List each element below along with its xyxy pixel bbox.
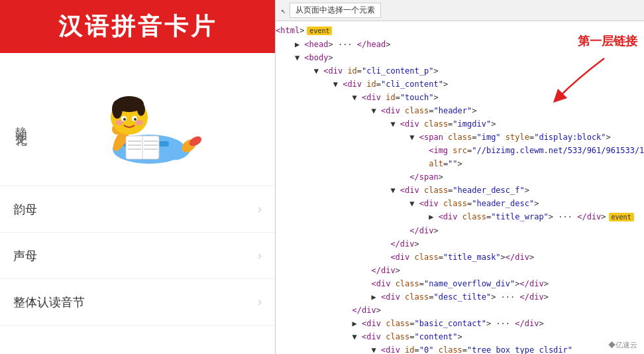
devtools-panel: ↖ 从页面中选择一个元素 <html>event ▶ <head> ··· </… (275, 0, 644, 354)
tree-line[interactable]: </div> (276, 224, 644, 237)
nav-item-shengmu[interactable]: 声母 › (0, 233, 275, 279)
svg-point-14 (134, 118, 136, 121)
tree-line[interactable]: </div> (276, 237, 644, 251)
left-panel: 汉语拼音卡片 静泊文化 (0, 0, 275, 354)
tree-line[interactable]: ▼ <div id="touch"> (276, 91, 644, 104)
tree-line[interactable]: ▼ <div class="header_desc"> (276, 197, 644, 210)
tree-line[interactable]: alt=""> (276, 157, 644, 170)
brand-label: 静泊文化 (13, 117, 36, 128)
tree-line[interactable]: </div> (276, 264, 644, 277)
aliyun-watermark: ◆亿速云 (608, 340, 637, 350)
cartoon-image (89, 70, 209, 176)
chevron-right-icon: › (258, 295, 262, 309)
svg-point-15 (115, 120, 123, 125)
tree-line[interactable]: </span> (276, 170, 644, 184)
tree-line[interactable]: ▶ <div class="basic_contact"> ··· </div> (276, 317, 644, 330)
svg-point-13 (123, 118, 126, 121)
devtools-tree[interactable]: <html>event ▶ <head> ··· </head> ▼ <body… (276, 21, 644, 354)
tree-line[interactable]: ▼ <div class="header"> (276, 104, 644, 117)
tree-line[interactable]: ▶ <div class="desc_tilte"> ··· </div> (276, 290, 644, 304)
tree-line[interactable]: ▼ <div id="cli_content_p"> (276, 64, 644, 78)
chevron-right-icon: › (258, 202, 262, 216)
element-picker-button[interactable]: 从页面中选择一个元素 (290, 3, 381, 18)
left-nav: 韵母 › 声母 › 整体认读音节 › (0, 186, 275, 354)
tree-line[interactable]: ▼ <body> (276, 51, 644, 64)
tree-line[interactable]: ▼ <div class="header_desc_f"> (276, 184, 644, 197)
tree-line[interactable]: <html>event (276, 24, 644, 38)
svg-point-16 (135, 120, 143, 125)
tree-line[interactable]: ▶ <div class="title_wrap"> ··· </div>eve… (276, 210, 644, 224)
app-header: 汉语拼音卡片 (0, 0, 275, 53)
chevron-right-icon: › (258, 249, 262, 263)
tree-line[interactable]: ▶ <head> ··· </head> (276, 38, 644, 51)
devtools-toolbar: ↖ 从页面中选择一个元素 (276, 0, 644, 21)
tree-line[interactable]: ▼ <div id="0" class="tree_box type_clsdi… (276, 343, 644, 354)
tree-line[interactable]: <img src="//bizimg.clewm.net/533/961/961… (276, 144, 644, 157)
tree-line[interactable]: ▼ <span class="img" style="display:block… (276, 131, 644, 144)
tree-line[interactable]: ▼ <div class="imgdiv"> (276, 117, 644, 131)
nav-item-zhengtiyindu[interactable]: 整体认读音节 › (0, 279, 275, 325)
cursor-icon: ↖ (281, 6, 286, 15)
tree-line[interactable]: <div class="name_overflow_div"></div> (276, 277, 644, 290)
svg-point-9 (112, 100, 123, 119)
tree-line[interactable]: ▼ <div class="content"> (276, 330, 644, 343)
picker-label: 从页面中选择一个元素 (295, 5, 375, 16)
tree-line[interactable]: </div> (276, 304, 644, 317)
cartoon-figure (36, 70, 262, 176)
app-title: 汉语拼音卡片 (58, 11, 217, 43)
tree-line[interactable]: <div class="title_mask"></div> (276, 251, 644, 264)
tree-line[interactable]: ▼ <div id="cli_content"> (276, 78, 644, 91)
hero-section: 静泊文化 (0, 53, 275, 186)
nav-item-yunmu[interactable]: 韵母 › (0, 186, 275, 233)
svg-point-10 (137, 103, 145, 116)
